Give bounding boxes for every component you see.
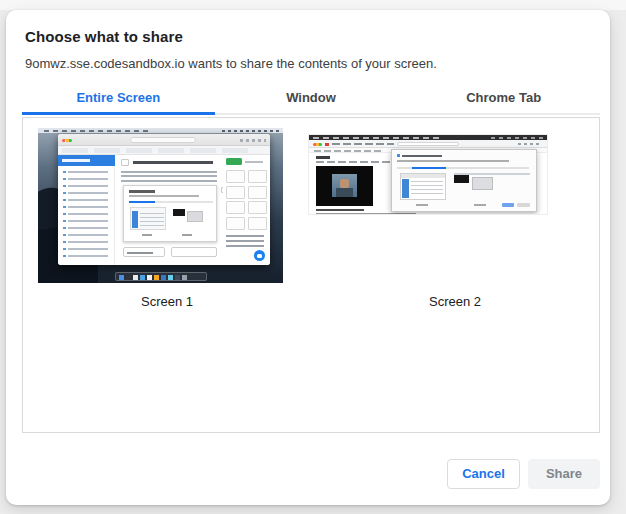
mini-share-dialog-screenshot [123,185,217,242]
mini-dialog-label2 [474,204,486,206]
mini-dock-icons [119,275,203,280]
mini-dialog-share-button [517,203,530,208]
mini-webcam-face [340,179,349,188]
mini-grid-card [226,201,245,214]
mini-dialog-label1 [416,204,428,206]
mini-dialog-thumb1 [400,173,446,200]
mini-dialog-thumb2-gray [472,177,493,190]
source-type-tabs: Entire Screen Window Chrome Tab [22,88,600,115]
mini-window-body [58,155,270,265]
mini-macos-menubar [38,128,283,133]
mini-app-window [58,134,270,265]
mini-dialog-subtitle [397,160,509,162]
mini-favicon [325,143,329,146]
mini-grid-card [226,217,245,230]
screen1-thumbnail[interactable] [38,128,283,283]
mini-address-bar [397,142,459,146]
mini-text-line [316,209,364,211]
mini-article [115,155,223,265]
mini-grid-card [248,201,267,214]
tab-entire-screen[interactable]: Entire Screen [22,88,215,115]
mini-right-rail [223,155,270,265]
mini-menu-items [44,130,149,132]
tab-chrome-tab[interactable]: Chrome Tab [407,88,600,115]
mini-tabstrip [58,146,270,155]
sources-panel: Screen 1 Screen 2 [22,117,600,433]
mini-video-player [316,166,373,206]
share-picker-dialog: Choose what to share 9omwz.sse.codesandb… [6,10,610,505]
mini-page-heading [316,156,330,159]
mini-status-icons [222,130,280,132]
mini-input-field [123,247,165,257]
cancel-button[interactable]: Cancel [447,459,520,489]
mini-toolbar-icons [518,143,542,145]
mini-sidebar-icons [63,171,66,257]
mini-step-box [121,159,129,166]
share-button[interactable]: Share [528,459,600,489]
mini-dialog-thumb2-black [454,175,469,183]
mini-browser-toolbar [309,140,547,148]
mini-rail-text [245,161,263,163]
mini-field-text [127,252,153,255]
mini-address-bar [130,137,196,143]
mini-tab-title [332,143,394,145]
mini-article-paragraph [121,171,217,182]
mini-green-button [226,158,242,165]
chat-bubble-icon [254,250,265,261]
mini-bookmark-items [314,150,384,152]
chat-glyph [257,254,262,258]
mini-grid-card [248,217,267,230]
mini-rail-paragraph [226,235,264,250]
mini-card-active-tab [129,201,155,204]
mini-card-label1 [142,234,152,236]
mini-dialog-icon [397,154,400,157]
mini-card-subtitle [129,195,199,197]
mini-thumb-text [140,213,164,227]
mini-thumb-sidebar [132,211,138,228]
mini-grid-card [248,170,267,183]
mini-card-grid [226,170,267,230]
mini-sidebar-header [58,155,115,166]
mini-card-thumb1 [130,207,166,230]
mini-webcam-body [336,188,353,197]
mini-card-label2 [182,234,192,236]
dialog-subtitle: 9omwz.sse.codesandbox.io wants to share … [25,56,437,71]
mini-thumb-sidebar [402,179,409,198]
page-backdrop [0,0,626,10]
mini-sidebar [58,155,115,265]
mini-grid-card [226,170,245,183]
tab-window[interactable]: Window [215,88,408,115]
screen2-thumbnail[interactable] [308,134,548,215]
mini-titlebar [58,134,270,146]
mini-card-title [129,190,155,193]
mini-web-page [309,153,547,215]
mini-input-field [171,247,217,257]
mini-tabs [62,148,252,153]
mini-thumb-titlebar [401,174,445,178]
screen1-label: Screen 1 [23,294,311,309]
mini-article-heading [133,161,213,164]
mini-dialog-active-tab [412,167,446,170]
dialog-title: Choose what to share [25,28,183,45]
mini-grid-card [226,186,245,199]
mini-card-thumb2-gray [187,211,203,222]
mini-dialog-cancel-button [502,203,514,208]
mini-menu-items [313,137,443,139]
mini-sidebar-title [62,159,90,162]
traffic-lights-icon [62,139,72,142]
traffic-lights-icon [313,143,322,146]
mini-status-icons [491,137,543,139]
mini-dialog-title [402,155,442,158]
mini-dock [115,272,207,281]
mini-text-line [316,213,416,215]
mini-toolbar-icons [240,139,266,142]
screen2-label: Screen 2 [311,294,599,309]
mini-sidebar-rows [68,171,108,257]
mini-share-dialog [391,149,537,212]
mini-thumb-text [411,181,443,196]
mini-card-thumb2-black [173,209,185,216]
mini-grid-card [248,186,267,199]
